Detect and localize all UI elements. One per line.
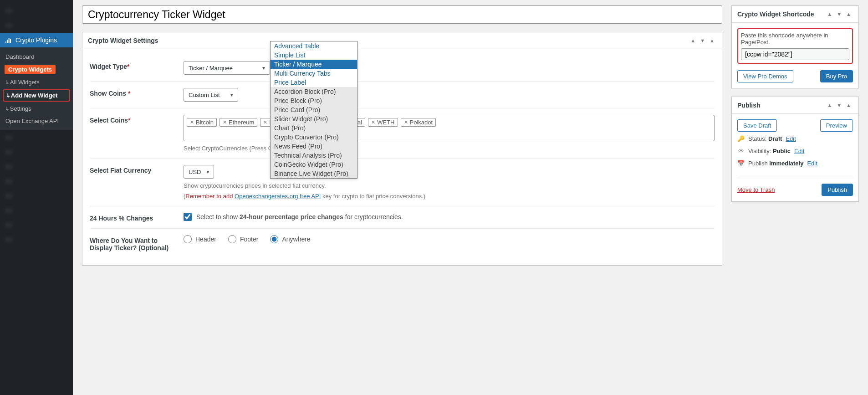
collapse-icon[interactable]: ▲	[844, 102, 853, 109]
changes24-text: Select to show 24-hour percentage price …	[196, 213, 403, 221]
move-to-trash-link[interactable]: Move to Trash	[737, 186, 775, 193]
sidebar-item-crypto-widgets[interactable]: Crypto Widgets	[5, 65, 56, 74]
remove-tag-icon[interactable]: ✕	[371, 119, 375, 125]
publish-metabox: Publish ▲ ▼ ▲ Save Draft Preview 🔑	[731, 97, 859, 202]
remove-tag-icon[interactable]: ✕	[223, 119, 227, 125]
sidebar-item-settings[interactable]: ↳Settings	[0, 103, 73, 115]
select-coins-help: Select CryptoCurrencies (Press C	[184, 145, 715, 152]
widget-type-option[interactable]: Price Label	[271, 78, 357, 87]
preview-button[interactable]: Preview	[820, 119, 853, 132]
changes24-label: 24 Hours % Changes	[90, 213, 184, 222]
ticker-location-radio-anywhere[interactable]: Anywhere	[270, 235, 310, 243]
show-coins-select[interactable]: Custom List ▼	[184, 88, 238, 102]
edit-schedule-link[interactable]: Edit	[807, 160, 817, 167]
ticker-where-label: Where Do You Want to Display Ticker? (Op…	[90, 235, 184, 251]
changes24-checkbox[interactable]	[184, 213, 192, 221]
fiat-currency-label: Select Fiat Currency	[90, 165, 184, 200]
coin-tag[interactable]: ✕WETH	[368, 118, 398, 127]
select-coins-input[interactable]: ✕Bitcoin✕Ethereum✕B✕ano✕Dogecoin✕Dai✕WET…	[184, 115, 715, 141]
ticker-location-radio-footer[interactable]: Footer	[228, 235, 258, 243]
edit-status-link[interactable]: Edit	[786, 135, 796, 142]
show-coins-label: Show Coins *	[90, 88, 184, 102]
visibility-icon: 👁	[737, 148, 745, 154]
remove-tag-icon[interactable]: ✕	[190, 119, 194, 125]
view-pro-demos-button[interactable]: View Pro Demos	[737, 70, 793, 82]
publish-button[interactable]: Publish	[822, 184, 853, 196]
widget-type-label: Widget Type*	[90, 61, 184, 75]
widget-type-option[interactable]: News Feed (Pro)	[271, 142, 357, 151]
chevron-down-icon: ▼	[230, 92, 234, 97]
remove-tag-icon[interactable]: ✕	[263, 119, 267, 125]
widget-type-option[interactable]: Price Card (Pro)	[271, 105, 357, 114]
collapse-icon[interactable]: ▲	[844, 10, 853, 18]
sidebar-section-label: Crypto Plugins	[15, 36, 57, 44]
chevron-up-icon[interactable]: ▲	[825, 102, 834, 109]
widget-type-option[interactable]: Accordion Block (Pro)	[271, 87, 357, 96]
widget-type-option[interactable]: Chart (Pro)	[271, 123, 357, 133]
widget-type-option[interactable]: Binance Live Widget (Pro)	[271, 169, 357, 178]
openexchangerates-link[interactable]: Openexchangerates.org free API	[235, 193, 321, 200]
chart-icon	[5, 36, 12, 44]
shortcode-metabox: Crypto Widget Shortcode ▲ ▼ ▲ Paste this…	[731, 5, 859, 88]
ticker-location-radio-header[interactable]: Header	[184, 235, 216, 243]
widget-type-option[interactable]: Crypto Convertor (Pro)	[271, 133, 357, 142]
sidebar-item-open-exchange-api[interactable]: Open Exchange API	[0, 115, 73, 127]
widget-type-option[interactable]: Technical Analysis (Pro)	[271, 151, 357, 160]
active-arrow-icon	[73, 78, 77, 85]
widget-type-option[interactable]: Advanced Table	[271, 41, 357, 51]
sidebar-item-add-new-widget[interactable]: ↳Add New Widget	[3, 89, 70, 102]
chevron-down-icon[interactable]: ▼	[698, 37, 707, 44]
sidebar-section-crypto-plugins[interactable]: Crypto Plugins DashboardCrypto Widgets↳A…	[0, 33, 73, 130]
edit-visibility-link[interactable]: Edit	[794, 148, 804, 154]
save-draft-button[interactable]: Save Draft	[737, 119, 777, 132]
fiat-help-1: Show cryptocurrencies prices in selected…	[184, 182, 715, 189]
buy-pro-button[interactable]: Buy Pro	[820, 70, 853, 82]
arrow-icon: ↳	[5, 105, 9, 112]
admin-sidebar: ••• ••• Crypto Plugins DashboardCrypto W…	[0, 0, 73, 395]
widget-type-option[interactable]: CoinGecko Widget (Pro)	[271, 160, 357, 169]
coin-tag[interactable]: ✕Polkadot	[401, 118, 436, 127]
widget-type-select[interactable]: Ticker / Marquee ▼	[184, 61, 270, 75]
shortcode-field[interactable]	[741, 48, 849, 60]
widget-type-option[interactable]: Ticker / Marquee	[271, 60, 357, 69]
chevron-down-icon: ▼	[206, 169, 210, 174]
coin-tag[interactable]: ✕Bitcoin	[187, 118, 217, 127]
coin-tag[interactable]: ✕Ethereum	[220, 118, 257, 127]
chevron-up-icon[interactable]: ▲	[825, 10, 834, 18]
widget-type-option[interactable]: Slider Widget (Pro)	[271, 114, 357, 123]
collapse-icon[interactable]: ▲	[708, 37, 716, 44]
chevron-up-icon[interactable]: ▲	[689, 37, 697, 44]
post-title-input[interactable]	[82, 5, 722, 24]
fiat-currency-select[interactable]: USD ▼	[184, 165, 214, 179]
sidebar-item-dashboard[interactable]: Dashboard	[0, 51, 73, 63]
fiat-help-2: (Remember to add Openexchangerates.org f…	[184, 193, 715, 200]
widget-type-dropdown[interactable]: Advanced TableSimple ListTicker / Marque…	[270, 41, 357, 179]
calendar-icon: 📅	[737, 160, 745, 167]
shortcode-heading: Crypto Widget Shortcode	[737, 10, 814, 18]
chevron-down-icon[interactable]: ▼	[835, 102, 843, 109]
crypto-widget-settings-box: Crypto Widget Settings ▲ ▼ ▲ Widget Type…	[82, 32, 722, 266]
arrow-icon: ↳	[5, 79, 9, 86]
chevron-down-icon[interactable]: ▼	[835, 10, 843, 18]
chevron-down-icon: ▼	[261, 66, 266, 71]
key-icon: 🔑	[737, 135, 745, 142]
settings-heading: Crypto Widget Settings	[88, 37, 158, 44]
widget-type-option[interactable]: Simple List	[271, 51, 357, 60]
widget-type-option[interactable]: Multi Currency Tabs	[271, 69, 357, 78]
select-coins-label: Select Coins*	[90, 115, 184, 152]
sidebar-item-all-widgets[interactable]: ↳All Widgets	[0, 76, 73, 88]
arrow-icon: ↳	[6, 92, 10, 99]
shortcode-help: Paste this shortcode anywhere in Page/Po…	[741, 32, 849, 46]
widget-type-option[interactable]: Price Block (Pro)	[271, 96, 357, 105]
remove-tag-icon[interactable]: ✕	[404, 119, 408, 125]
publish-heading: Publish	[737, 102, 761, 109]
